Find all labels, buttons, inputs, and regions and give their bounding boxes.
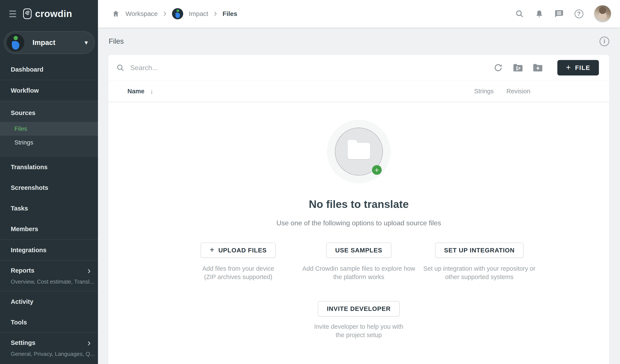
empty-folder-illustration: + <box>327 120 391 183</box>
sidebar-item-settings[interactable]: Settings › General, Privacy, Languages, … <box>0 333 98 363</box>
breadcrumb-current-page: Files <box>223 10 237 17</box>
set-up-integration-description: Set up integration with your repository … <box>419 264 540 281</box>
sidebar-subitem-strings[interactable]: Strings <box>0 136 98 149</box>
sidebar-item-label: Reports <box>11 267 34 274</box>
add-file-button-label: FILE <box>575 64 590 71</box>
crowdin-app: crowdin Impact ▾ Dashboard Workflow Sour… <box>0 0 620 364</box>
chevron-right-icon: › <box>87 339 91 346</box>
chevron-right-icon: › <box>163 8 167 19</box>
upload-files-button[interactable]: + UPLOAD FILES <box>201 243 276 258</box>
column-header-name[interactable]: Name ↓ <box>127 87 154 95</box>
set-up-integration-label: SET UP INTEGRATION <box>444 247 515 254</box>
main-content: Files i <box>98 28 620 364</box>
add-file-button[interactable]: + FILE <box>557 60 599 75</box>
sidebar: crowdin Impact ▾ Dashboard Workflow Sour… <box>0 0 98 364</box>
sidebar-item-reports[interactable]: Reports › Overview, Cost estimate, Trans… <box>0 260 98 291</box>
sidebar-item-label: Screenshots <box>11 184 48 191</box>
files-table-header: Name ↓ Strings Revision <box>108 81 609 102</box>
chevron-right-icon: › <box>87 267 91 274</box>
sidebar-item-dashboard[interactable]: Dashboard <box>0 59 98 80</box>
search-input[interactable] <box>130 64 281 72</box>
sidebar-subitem-files[interactable]: Files <box>0 122 98 136</box>
info-icon[interactable]: i <box>600 37 609 46</box>
plus-icon: + <box>210 246 215 255</box>
folder-icon <box>348 143 370 159</box>
folder-add-icon[interactable] <box>533 63 543 73</box>
breadcrumb-project[interactable]: Impact <box>189 10 208 17</box>
empty-state: + No files to translate Use one of the f… <box>108 103 609 339</box>
crowdin-logo[interactable]: crowdin <box>23 8 72 19</box>
project-avatar <box>172 8 183 19</box>
topbar: Workspace › Impact › Files <box>98 0 620 28</box>
sidebar-item-subtitle: Overview, Cost estimate, Transl... <box>0 277 98 287</box>
refresh-icon[interactable] <box>493 63 503 73</box>
set-up-integration-button[interactable]: SET UP INTEGRATION <box>435 243 524 258</box>
invite-developer-description: Invite developer to help you with the pr… <box>310 322 407 339</box>
sidebar-item-label: Integrations <box>11 247 46 254</box>
home-icon[interactable] <box>112 10 120 18</box>
use-samples-button[interactable]: USE SAMPLES <box>326 243 391 258</box>
upload-options: + UPLOAD FILES Add files from your devic… <box>108 243 609 281</box>
column-header-revision: Revision <box>506 88 530 95</box>
sidebar-item-tools[interactable]: Tools <box>0 312 98 333</box>
sidebar-item-workflow[interactable]: Workflow <box>0 80 98 101</box>
sidebar-item-label: Activity <box>11 298 33 305</box>
breadcrumb-workspace[interactable]: Workspace <box>125 10 158 17</box>
page-header: Files i <box>98 28 620 55</box>
column-label: Name <box>127 88 144 95</box>
sidebar-item-label: Workflow <box>11 87 39 94</box>
sidebar-item-integrations[interactable]: Integrations <box>0 240 98 260</box>
crowdin-logo-icon <box>23 8 32 19</box>
sidebar-item-sources[interactable]: Sources <box>0 104 98 122</box>
project-avatar <box>7 34 24 51</box>
upload-option-column: + UPLOAD FILES Add files from your devic… <box>178 243 299 281</box>
sidebar-item-label: Tasks <box>11 205 28 212</box>
sidebar-item-members[interactable]: Members <box>0 219 98 239</box>
help-icon[interactable]: ? <box>574 9 584 19</box>
search-icon <box>116 63 125 72</box>
upload-files-description: Add files from your device (ZIP archives… <box>197 264 279 281</box>
empty-state-subtitle: Use one of the following options to uplo… <box>108 219 609 227</box>
use-samples-description: Add Crowdin sample files to explore how … <box>302 264 416 281</box>
upload-option-column: SET UP INTEGRATION Set up integration wi… <box>419 243 540 281</box>
breadcrumb: Workspace › Impact › Files <box>112 8 237 19</box>
add-badge-icon: + <box>372 165 382 175</box>
sidebar-subitem-label: Files <box>15 125 27 132</box>
sort-descending-icon: ↓ <box>150 87 154 95</box>
folder-branch-icon[interactable] <box>513 63 523 73</box>
user-avatar[interactable] <box>594 5 611 23</box>
invite-developer-label: INVITE DEVELOPER <box>327 305 390 312</box>
upload-files-label: UPLOAD FILES <box>218 247 267 254</box>
page-title: Files <box>109 37 124 45</box>
plus-glyph: + <box>375 167 379 174</box>
notifications-bell-icon[interactable] <box>534 9 544 19</box>
sidebar-item-label: Tools <box>11 319 27 326</box>
sidebar-header: crowdin <box>0 0 98 28</box>
brand-name: crowdin <box>35 8 72 19</box>
sidebar-item-activity[interactable]: Activity <box>0 291 98 312</box>
invite-developer-section: INVITE DEVELOPER Invite developer to hel… <box>108 301 609 339</box>
toolbar-icons: + FILE <box>493 60 599 75</box>
info-glyph: i <box>604 38 605 45</box>
project-selector[interactable]: Impact ▾ <box>4 31 95 54</box>
sidebar-item-translations[interactable]: Translations <box>0 157 98 177</box>
project-name: Impact <box>32 39 55 47</box>
sidebar-item-label: Settings <box>11 339 35 346</box>
empty-state-title: No files to translate <box>108 198 609 210</box>
sidebar-item-label: Translations <box>11 164 47 171</box>
sidebar-subitem-label: Strings <box>15 139 33 146</box>
invite-developer-button[interactable]: INVITE DEVELOPER <box>318 301 400 317</box>
sidebar-item-screenshots[interactable]: Screenshots <box>0 177 98 198</box>
sidebar-item-label: Members <box>11 226 38 233</box>
search-icon[interactable] <box>514 9 525 19</box>
sidebar-item-tasks[interactable]: Tasks <box>0 198 98 219</box>
files-panel: + FILE Name ↓ Strings Revision <box>108 55 609 364</box>
messages-icon[interactable] <box>554 9 564 19</box>
sidebar-menu: Dashboard Workflow Sources Files Strings <box>0 59 98 363</box>
sidebar-item-subtitle: General, Privacy, Languages, Q... <box>0 349 98 359</box>
plus-icon: + <box>566 63 571 72</box>
sidebar-item-label: Sources <box>11 109 35 116</box>
chevron-down-icon: ▾ <box>85 39 88 46</box>
hamburger-menu-icon[interactable] <box>9 11 16 17</box>
sidebar-item-label: Dashboard <box>11 66 43 73</box>
